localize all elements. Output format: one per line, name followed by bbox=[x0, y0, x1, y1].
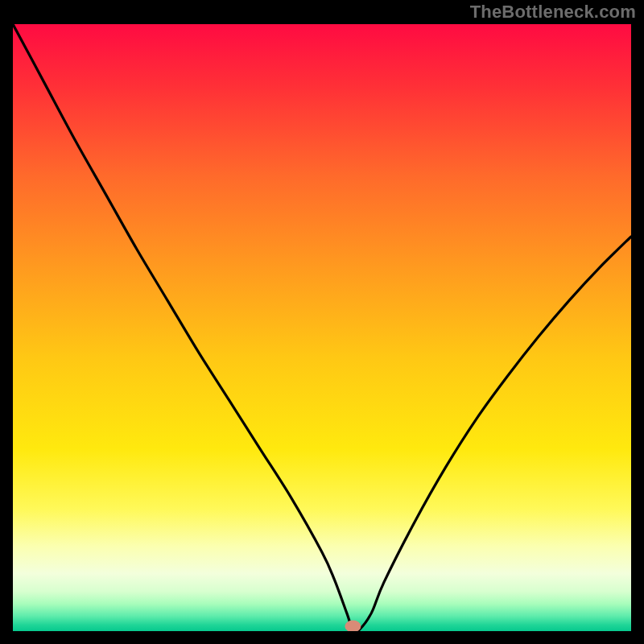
bottleneck-chart-svg bbox=[13, 24, 631, 631]
plot-area bbox=[13, 24, 631, 631]
gradient-background bbox=[13, 24, 631, 631]
chart-frame: TheBottleneck.com bbox=[0, 0, 644, 644]
watermark-label: TheBottleneck.com bbox=[470, 2, 636, 23]
